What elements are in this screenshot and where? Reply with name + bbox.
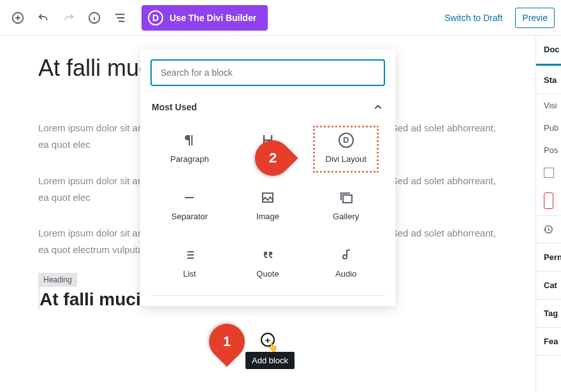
block-label: Separator	[171, 212, 208, 221]
sidebar-tab-document[interactable]: Doc	[536, 36, 561, 66]
preview-button[interactable]: Previe	[515, 8, 555, 28]
block-label: Audio	[335, 269, 356, 279]
redo-icon	[62, 11, 76, 25]
divi-logo-icon: D	[339, 133, 354, 148]
sidebar-row-post-format[interactable]: Pos	[536, 139, 561, 161]
sidebar-row-publish[interactable]: Pub	[536, 117, 561, 139]
list-icon	[182, 247, 197, 263]
block-item-image[interactable]: Image	[229, 177, 307, 234]
svg-rect-3	[343, 195, 352, 203]
sidebar-section-categories[interactable]: Cat	[536, 272, 561, 300]
settings-sidebar: Doc Sta Visi Pub Pos Pern Cat Tag Fea	[536, 36, 561, 392]
switch-to-draft-link[interactable]: Switch to Draft	[438, 8, 509, 28]
divi-button-label: Use The Divi Builder	[170, 13, 256, 23]
gallery-icon	[339, 190, 354, 205]
sidebar-section-tags[interactable]: Tag	[536, 300, 561, 328]
add-block-inline-button[interactable]: + 👆 Add block	[261, 333, 275, 347]
content-structure-button[interactable]	[83, 6, 106, 29]
plus-circle-icon	[11, 11, 25, 25]
annotation-pin-1: 1	[209, 324, 245, 359]
block-item-list[interactable]: List	[150, 234, 229, 291]
editor-toolbar: D Use The Divi Builder Switch to Draft P…	[0, 0, 561, 36]
block-label: Image	[256, 212, 279, 221]
inserter-divider	[150, 295, 385, 296]
block-label: Paragraph	[170, 154, 209, 164]
block-label: Divi Layout	[326, 154, 367, 164]
audio-icon	[339, 247, 354, 263]
block-type-badge: Heading	[38, 273, 77, 287]
cursor-icon: 👆	[267, 342, 278, 352]
add-block-tooltip: Add block	[245, 352, 295, 369]
block-item-quote[interactable]: Quote	[229, 234, 307, 291]
redo-button[interactable]	[57, 6, 80, 29]
annotation-pin-2: 2	[255, 140, 291, 176]
info-icon	[87, 11, 101, 25]
block-inserter-popover: Most Used Paragraph Hea g D Divi Layout …	[140, 49, 395, 306]
block-label: Quote	[256, 269, 279, 279]
sidebar-row-visibility[interactable]: Visi	[536, 94, 561, 117]
sidebar-checkbox[interactable]	[544, 168, 554, 178]
chevron-up-icon	[372, 101, 384, 113]
block-item-separator[interactable]: Separator	[150, 177, 229, 234]
block-label: Gallery	[333, 212, 359, 221]
sidebar-revisions[interactable]	[536, 215, 561, 243]
quote-icon	[260, 247, 275, 263]
add-block-toolbar-button[interactable]	[6, 6, 29, 29]
block-item-gallery[interactable]: Gallery	[307, 177, 385, 234]
sidebar-trash-button[interactable]	[544, 192, 553, 209]
undo-button[interactable]	[32, 6, 55, 29]
outline-icon	[113, 11, 127, 25]
undo-icon	[36, 11, 50, 25]
block-label: List	[183, 269, 196, 279]
separator-icon	[182, 190, 197, 205]
block-item-divi-layout[interactable]: D Divi Layout	[307, 119, 385, 177]
paragraph-icon	[182, 133, 197, 148]
sidebar-section-status[interactable]: Sta	[536, 66, 561, 94]
block-item-audio[interactable]: Audio	[307, 234, 385, 291]
block-item-paragraph[interactable]: Paragraph	[150, 119, 229, 177]
sidebar-section-permalink[interactable]: Pern	[536, 243, 561, 272]
use-divi-builder-button[interactable]: D Use The Divi Builder	[142, 5, 268, 31]
image-icon	[260, 190, 275, 205]
sidebar-section-featured[interactable]: Fea	[536, 328, 561, 356]
block-search-input[interactable]	[150, 59, 385, 86]
block-navigation-button[interactable]	[108, 6, 131, 29]
history-icon	[544, 224, 553, 235]
divi-logo-icon: D	[148, 10, 163, 25]
inserter-category-label: Most Used	[152, 102, 197, 112]
inserter-category-toggle[interactable]: Most Used	[150, 98, 385, 119]
